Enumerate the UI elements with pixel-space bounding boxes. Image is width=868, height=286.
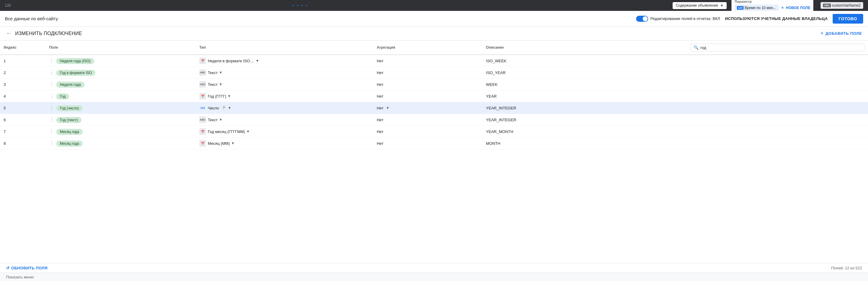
table-row: 7 ⋮ Месяц года 📅 Год месяц (ГГГГММ) ▼ Не: [0, 126, 868, 138]
row-search-spacer: [687, 114, 868, 126]
row-agg: Нет: [373, 138, 482, 149]
type-dropdown-icon[interactable]: ▼: [231, 141, 235, 145]
abc-type-icon: ABC: [199, 81, 206, 88]
calendar-icon: 📅: [199, 57, 206, 64]
refresh-button[interactable]: ↺ ОБНОВИТЬ ПОЛЯ: [6, 266, 48, 270]
drag-icon[interactable]: ⋮: [49, 58, 54, 63]
new-field-label[interactable]: НОВОЕ ПОЛЕ: [786, 6, 810, 10]
row-desc: ISO_WEEK: [482, 55, 687, 67]
ready-button[interactable]: ГОТОВО: [833, 14, 863, 24]
type-dropdown-icon[interactable]: ▼: [255, 59, 259, 63]
search-input[interactable]: [701, 45, 761, 50]
row-field: ⋮ Год (текст): [45, 114, 196, 126]
drag-icon[interactable]: ⋮: [49, 70, 54, 75]
refresh-label: ОБНОВИТЬ ПОЛЯ: [11, 266, 48, 270]
preview-bar: 120 • • • • Содержание объявления ▼ Пара…: [0, 0, 868, 11]
field-tag[interactable]: Месяц года: [56, 129, 83, 135]
table-row: 2 ⋮ Год в формате ISO ABC Текст ▼ Нет: [0, 67, 868, 79]
row-type: ABC Текст ▼: [196, 79, 373, 90]
row-agg: Нет: [373, 126, 482, 138]
field-tag[interactable]: Месяц года: [56, 141, 83, 147]
row-index: 2: [0, 67, 45, 79]
type-dropdown-icon[interactable]: ▼: [219, 82, 223, 86]
row-desc: YEAR_INTEGER: [482, 102, 687, 114]
agg-dropdown-icon[interactable]: ▼: [386, 106, 390, 110]
th-type: Тип: [196, 40, 373, 55]
owner-label: ИСПОЛЬЗУЮТСЯ УЧЕТНЫЕ ДАННЫЕ ВЛАДЕЛЬЦА: [725, 16, 828, 21]
back-arrow[interactable]: ←: [6, 30, 11, 36]
th-aggregation: Агрегация: [373, 40, 482, 55]
row-type: 📅 Неделя в формате ISO.... ▼: [196, 55, 373, 67]
agg-value: Нет: [377, 70, 383, 75]
time-label: Время по 10 мин...: [745, 6, 776, 10]
plus-icon[interactable]: +: [781, 5, 784, 11]
type-label: Число: [208, 106, 219, 110]
type-dropdown-icon[interactable]: ▼: [219, 118, 223, 122]
row-agg: Нет: [373, 79, 482, 90]
preview-line: [17, 5, 289, 6]
row-type[interactable]: 123 Число 🖱️ ▼: [196, 102, 373, 114]
agg-value: Нет: [377, 94, 383, 98]
row-desc: YEAR_MONTH: [482, 126, 687, 138]
row-type: 📅 Месяц (ММ) ▼: [196, 138, 373, 149]
field-tag[interactable]: Год (число): [56, 105, 83, 111]
row-field: ⋮ Год (число): [45, 102, 196, 114]
agg-value: Нет: [377, 59, 383, 63]
type-label: Год месяц (ГГГГММ): [208, 130, 245, 134]
abc-type-icon: ABC: [199, 116, 206, 123]
top-bar: Все данные по веб-сайту Редактирование п…: [0, 11, 868, 27]
row-index: 5: [0, 102, 45, 114]
connection-bar: ← ИЗМЕНИТЬ ПОДКЛЮЧЕНИЕ + ДОБАВИТЬ ПОЛЕ: [0, 27, 868, 40]
drag-icon[interactable]: ⋮: [49, 129, 54, 134]
th-description: Описание: [482, 40, 687, 55]
refresh-icon: ↺: [6, 266, 9, 270]
footer-bar: ↺ ОБНОВИТЬ ПОЛЯ Полей: 12 из 522: [0, 263, 868, 273]
type-dropdown-icon[interactable]: ▼: [246, 130, 250, 134]
field-tag[interactable]: Год: [56, 93, 69, 99]
th-field: Поле: [45, 40, 196, 55]
th-index: Индекс: [0, 40, 45, 55]
show-menu-bar: Показать меню: [0, 273, 868, 281]
number-type-icon: 123: [199, 105, 206, 111]
agg-value: Нет: [377, 82, 383, 87]
row-search-spacer: [687, 126, 868, 138]
field-tag[interactable]: Год (текст): [56, 117, 81, 123]
table-container: Индекс Поле Тип Агрегация Описание: [0, 40, 868, 263]
field-tag[interactable]: Год в формате ISO: [56, 70, 95, 76]
new-field-section: + НОВОЕ ПОЛЕ: [781, 5, 811, 11]
show-menu-label[interactable]: Показать меню: [6, 275, 34, 279]
drag-icon[interactable]: ⋮: [49, 105, 54, 110]
type-dropdown-icon[interactable]: ▼: [219, 70, 223, 75]
calendar-icon: 📅: [199, 140, 206, 147]
row-agg: Нет: [373, 90, 482, 102]
field-tag[interactable]: Неделя года: [56, 82, 84, 88]
time-tag: 123 Время по 10 мин...: [735, 4, 778, 11]
ad-content-dropdown[interactable]: Содержание объявления ▼: [673, 2, 727, 9]
drag-icon[interactable]: ⋮: [49, 82, 54, 87]
table-row: 6 ⋮ Год (текст) ABC Текст ▼ Нет: [0, 114, 868, 126]
th-search: 🔍: [687, 40, 868, 55]
row-desc: YEAR_INTEGER: [482, 114, 687, 126]
agg-value: Нет: [377, 141, 383, 146]
table-row[interactable]: 5 ⋮ Год (число) 123 Число 🖱️ ▼: [0, 102, 868, 114]
drag-icon[interactable]: ⋮: [49, 93, 54, 98]
type-dropdown-icon[interactable]: ▼: [228, 106, 231, 110]
agg-value: Нет: [377, 106, 383, 110]
toggle-section: Редактирование полей в отчетах: ВКЛ: [636, 16, 720, 22]
row-agg: Нет ▼: [373, 102, 482, 114]
add-field-label: ДОБАВИТЬ ПОЛЕ: [826, 31, 862, 36]
row-agg: Нет: [373, 114, 482, 126]
drag-icon[interactable]: ⋮: [49, 117, 54, 122]
edit-toggle[interactable]: [636, 16, 648, 22]
row-type: 📅 Год (ГГГГ) ▼: [196, 90, 373, 102]
chevron-down-icon: ▼: [720, 3, 724, 8]
field-tag[interactable]: Неделя года (ISO): [56, 58, 94, 64]
row-search-spacer: [687, 55, 868, 67]
calendar-icon: 📅: [199, 93, 206, 99]
row-field: ⋮ Неделя года (ISO): [45, 55, 196, 67]
type-dropdown-icon[interactable]: ▼: [227, 94, 231, 98]
add-field-button[interactable]: + ДОБАВИТЬ ПОЛЕ: [820, 30, 862, 36]
drag-icon[interactable]: ⋮: [49, 141, 54, 146]
customvar-label: customVarName2: [832, 3, 861, 7]
row-index: 4: [0, 90, 45, 102]
